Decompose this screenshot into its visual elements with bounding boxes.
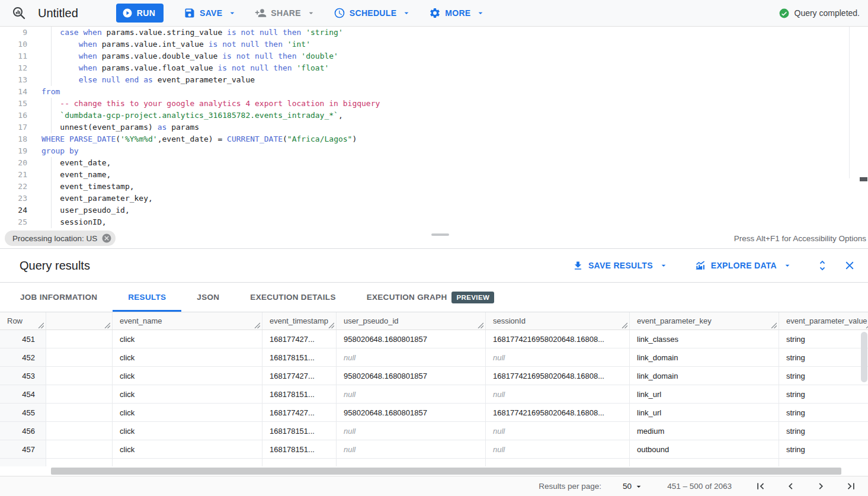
- query-title: Untitled: [38, 7, 78, 20]
- column-header-event_parameter_value: event_parameter_value: [779, 312, 868, 329]
- results-tabs: JOB INFORMATIONRESULTSJSONEXECUTION DETA…: [0, 283, 868, 312]
- code-line[interactable]: -- change this to your google analytics …: [41, 98, 848, 110]
- table-cell: click: [113, 348, 262, 366]
- code-line[interactable]: when params.value.int_value is not null …: [41, 39, 848, 50]
- table-cell: string: [779, 404, 868, 421]
- column-resize-handle[interactable]: [38, 322, 44, 328]
- column-resize-handle[interactable]: [622, 322, 627, 328]
- tab-job-information[interactable]: JOB INFORMATION: [5, 283, 113, 312]
- table-cell: link_domain: [630, 348, 779, 366]
- code-line[interactable]: event_date,: [41, 157, 848, 169]
- code-line[interactable]: group by: [41, 145, 848, 157]
- table-cell: link_domain: [630, 367, 779, 385]
- previous-page-button[interactable]: [784, 480, 797, 492]
- column-resize-handle[interactable]: [254, 322, 260, 328]
- table-cell: null: [486, 348, 630, 366]
- chevron-down-icon: [783, 261, 792, 270]
- gear-icon: [429, 7, 441, 19]
- save-button[interactable]: SAVE: [184, 7, 237, 19]
- close-results-icon[interactable]: [843, 259, 856, 272]
- results-header: Query results SAVE RESULTS EXPLORE DATA: [0, 249, 868, 283]
- query-tab-icon: [12, 6, 26, 20]
- column-resize-handle[interactable]: [771, 322, 777, 328]
- row-number-cell: 457: [0, 440, 46, 458]
- code-line[interactable]: `dumbdata-gcp-project.analytics_31618578…: [41, 110, 848, 121]
- sql-editor[interactable]: 910111213141516171819202122232425 case w…: [0, 27, 868, 228]
- line-number-gutter: 910111213141516171819202122232425: [0, 27, 27, 228]
- line-number: 21: [0, 169, 27, 181]
- column-header-event_parameter_key: event_parameter_key: [630, 312, 779, 329]
- code-line[interactable]: WHERE PARSE_DATE('%Y%m%d',event_date) = …: [41, 133, 848, 145]
- row-number-cell: 454: [0, 385, 46, 403]
- line-number: 9: [0, 27, 27, 39]
- hscrollbar-thumb[interactable]: [51, 468, 841, 475]
- table-cell: null: [337, 385, 486, 403]
- processing-location-chip: Processing location: US: [5, 231, 116, 246]
- panel-resize-handle[interactable]: [431, 233, 449, 236]
- tab-execution-details[interactable]: EXECUTION DETAILS: [235, 283, 351, 312]
- column-header-user_pseudo_id: user_pseudo_id: [337, 312, 486, 329]
- column-resize-handle[interactable]: [328, 322, 334, 328]
- code-line[interactable]: event_name,: [41, 169, 848, 181]
- more-button[interactable]: MORE: [429, 7, 485, 19]
- expand-results-icon[interactable]: [816, 259, 829, 272]
- line-number: 14: [0, 86, 27, 98]
- chip-close-icon[interactable]: [101, 233, 112, 244]
- code-line[interactable]: else null end as event_parameter_value: [41, 74, 848, 86]
- accessibility-hint: Press Alt+F1 for Accessibility Options: [734, 234, 866, 243]
- page-size-select[interactable]: 50: [623, 482, 643, 491]
- next-page-button[interactable]: [815, 480, 827, 492]
- save-results-button[interactable]: SAVE RESULTS: [572, 260, 668, 271]
- table-cell: click: [113, 404, 262, 421]
- clock-icon: [334, 7, 345, 19]
- code-line[interactable]: sessionID,: [41, 216, 848, 228]
- row-number-cell: 455: [0, 404, 46, 421]
- table-cell: 958020648.1680801857: [337, 367, 486, 385]
- table-row: 453click168177427...958020648.1680801857…: [0, 367, 868, 385]
- editor-scrollbar-thumb[interactable]: [860, 177, 867, 181]
- table-cell: 958020648.1680801857: [337, 330, 486, 348]
- run-button[interactable]: RUN: [116, 4, 164, 23]
- table-cell: null: [486, 385, 630, 403]
- column-header-event_timestamp: event_timestamp: [262, 312, 337, 329]
- pagination-bar: Results per page: 50 451 – 500 of 2063: [0, 476, 868, 496]
- table-vertical-scrollbar[interactable]: [861, 332, 867, 382]
- results-title: Query results: [20, 259, 90, 273]
- tab-results[interactable]: RESULTS: [113, 283, 181, 312]
- code-line[interactable]: unnest(event_params) as params: [41, 121, 848, 133]
- column-resize-handle[interactable]: [104, 322, 110, 328]
- chevron-down-icon: [476, 8, 485, 18]
- table-row: 454click168178151...nullnulllink_urlstri…: [0, 385, 868, 404]
- table-cell: string: [779, 330, 868, 348]
- line-number: 10: [0, 39, 27, 50]
- explore-data-button[interactable]: EXPLORE DATA: [694, 260, 792, 271]
- line-number: 20: [0, 157, 27, 169]
- table-horizontal-scrollbar: [0, 466, 868, 476]
- schedule-button[interactable]: SCHEDULE: [334, 7, 411, 19]
- code-line[interactable]: case when params.value.string_value is n…: [41, 27, 848, 39]
- query-results-panel: Query results SAVE RESULTS EXPLORE DATA: [0, 249, 868, 496]
- code-line[interactable]: from: [41, 86, 848, 98]
- code-line[interactable]: when params.value.double_value is not nu…: [41, 50, 848, 62]
- column-resize-handle[interactable]: [866, 322, 868, 328]
- first-page-button[interactable]: [754, 480, 767, 492]
- table-row: [0, 459, 868, 466]
- code-line[interactable]: when params.value.float_value is not nul…: [41, 62, 848, 74]
- table-row: 451click168177427...958020648.1680801857…: [0, 330, 868, 348]
- code-line[interactable]: user_pseudo_id,: [41, 204, 848, 216]
- tab-execution-graph[interactable]: EXECUTION GRAPHPREVIEW: [351, 283, 510, 312]
- code-area[interactable]: case when params.value.string_value is n…: [41, 27, 848, 228]
- table-cell: 168178151...: [262, 440, 337, 458]
- table-cell: click: [113, 422, 262, 440]
- tab-json[interactable]: JSON: [181, 283, 235, 312]
- share-button[interactable]: SHARE: [255, 7, 316, 19]
- code-line[interactable]: event_parameter_key,: [41, 193, 848, 204]
- table-cell: 168177427...: [262, 404, 337, 421]
- line-number: 12: [0, 62, 27, 74]
- column-resize-handle[interactable]: [478, 322, 483, 328]
- last-page-button[interactable]: [845, 480, 857, 492]
- table-row: 455click168177427...958020648.1680801857…: [0, 404, 868, 422]
- chevron-down-icon: [402, 8, 411, 18]
- code-line[interactable]: event_timestamp,: [41, 181, 848, 193]
- table-cell: null: [337, 440, 486, 458]
